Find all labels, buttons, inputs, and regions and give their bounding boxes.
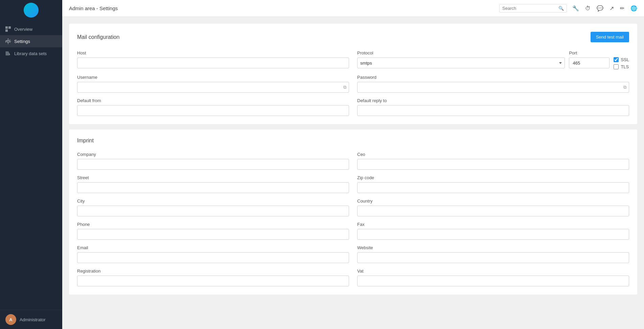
host-input[interactable] xyxy=(77,57,349,68)
registration-input[interactable] xyxy=(77,276,349,286)
imprint-header: Imprint xyxy=(77,138,629,144)
fax-label: Fax xyxy=(357,222,629,227)
protocol-select[interactable]: smtps smtp xyxy=(357,57,565,68)
ssl-label: SSL xyxy=(621,57,629,62)
email-group: Email xyxy=(77,245,349,263)
port-group: Port xyxy=(569,50,610,68)
password-group: Password ⧉ xyxy=(357,75,629,93)
vat-label: Vat xyxy=(357,268,629,274)
password-input-wrapper: ⧉ xyxy=(357,82,629,93)
send-test-mail-button[interactable]: Send test mail xyxy=(591,32,629,42)
sidebar: Overview Settings Library data sets A Ad… xyxy=(0,0,62,329)
website-label: Website xyxy=(357,245,629,250)
overview-icon xyxy=(5,26,11,32)
globe-icon[interactable]: 🌐 xyxy=(630,5,637,11)
street-input[interactable] xyxy=(77,182,349,193)
default-from-input[interactable] xyxy=(77,105,349,116)
vat-input[interactable] xyxy=(357,276,629,286)
fax-input[interactable] xyxy=(357,229,629,240)
tls-row: TLS xyxy=(614,64,629,69)
search-box[interactable]: 🔍 xyxy=(499,4,567,13)
registration-group: Registration xyxy=(77,268,349,286)
sidebar-item-label: Settings xyxy=(14,39,30,44)
sidebar-item-settings[interactable]: Settings xyxy=(0,35,62,47)
country-input[interactable] xyxy=(357,206,629,216)
ceo-group: Ceo xyxy=(357,152,629,170)
street-label: Street xyxy=(77,175,349,180)
content-area: Mail configuration Send test mail Host P… xyxy=(62,17,644,329)
username-input[interactable] xyxy=(77,82,349,93)
username-copy-icon[interactable]: ⧉ xyxy=(343,85,346,90)
app-logo xyxy=(24,3,39,18)
host-group: Host xyxy=(77,50,349,69)
page-title: Admin area - Settings xyxy=(69,5,494,11)
username-label: Username xyxy=(77,75,349,80)
avatar: A xyxy=(5,314,16,325)
company-input[interactable] xyxy=(77,159,349,170)
mail-config-card: Mail configuration Send test mail Host P… xyxy=(69,24,637,124)
mail-config-title: Mail configuration xyxy=(77,34,119,40)
city-group: City xyxy=(77,198,349,216)
library-icon xyxy=(5,51,11,56)
topbar: Admin area - Settings 🔍 🔧 ⏱ 💬 ↗ ✏ 🌐 xyxy=(62,0,644,17)
tls-checkbox[interactable] xyxy=(614,64,619,69)
city-input[interactable] xyxy=(77,206,349,216)
user-name: Administrator xyxy=(20,317,46,322)
default-from-label: Default from xyxy=(77,98,349,103)
ssl-checkbox[interactable] xyxy=(614,57,619,62)
username-group: Username ⧉ xyxy=(77,75,349,93)
share-icon[interactable]: ↗ xyxy=(610,5,614,11)
street-group: Street xyxy=(77,175,349,193)
password-label: Password xyxy=(357,75,629,80)
sidebar-nav: Overview Settings Library data sets xyxy=(0,20,62,310)
ssl-row: SSL xyxy=(614,57,629,62)
clock-icon[interactable]: ⏱ xyxy=(585,5,591,11)
phone-group: Phone xyxy=(77,222,349,240)
password-input[interactable] xyxy=(357,82,629,93)
company-label: Company xyxy=(77,152,349,157)
zip-code-group: Zip code xyxy=(357,175,629,193)
mail-config-header: Mail configuration Send test mail xyxy=(77,32,629,42)
default-reply-to-label: Default reply to xyxy=(357,98,629,103)
zip-code-input[interactable] xyxy=(357,182,629,193)
vat-group: Vat xyxy=(357,268,629,286)
default-reply-to-group: Default reply to xyxy=(357,98,629,116)
default-reply-to-input[interactable] xyxy=(357,105,629,116)
sidebar-item-library-data-sets[interactable]: Library data sets xyxy=(0,47,62,60)
sidebar-logo xyxy=(0,0,62,20)
topbar-icons: 🔧 ⏱ 💬 ↗ ✏ 🌐 xyxy=(572,5,637,11)
sidebar-footer: A Administrator xyxy=(0,310,62,329)
search-input[interactable] xyxy=(502,6,556,11)
protocol-group: Protocol smtps smtp xyxy=(357,50,565,68)
sidebar-item-label: Overview xyxy=(14,27,32,32)
ceo-input[interactable] xyxy=(357,159,629,170)
main-area: Admin area - Settings 🔍 🔧 ⏱ 💬 ↗ ✏ 🌐 Mail… xyxy=(62,0,644,329)
password-copy-icon[interactable]: ⧉ xyxy=(623,85,626,90)
ceo-label: Ceo xyxy=(357,152,629,157)
country-label: Country xyxy=(357,198,629,204)
zip-code-label: Zip code xyxy=(357,175,629,180)
sidebar-item-label: Library data sets xyxy=(14,51,47,56)
wrench-icon[interactable]: 🔧 xyxy=(572,5,579,11)
country-group: Country xyxy=(357,198,629,216)
username-input-wrapper: ⧉ xyxy=(77,82,349,93)
default-from-group: Default from xyxy=(77,98,349,116)
settings-icon xyxy=(5,39,11,44)
website-input[interactable] xyxy=(357,252,629,263)
port-input[interactable] xyxy=(569,57,610,68)
edit-icon[interactable]: ✏ xyxy=(620,5,624,11)
email-label: Email xyxy=(77,245,349,250)
host-label: Host xyxy=(77,50,349,55)
protocol-port-ssl-group: Protocol smtps smtp Port SSL xyxy=(357,50,629,69)
phone-input[interactable] xyxy=(77,229,349,240)
search-icon[interactable]: 🔍 xyxy=(558,6,564,11)
port-label: Port xyxy=(569,50,610,55)
phone-label: Phone xyxy=(77,222,349,227)
imprint-title: Imprint xyxy=(77,138,94,144)
sidebar-item-overview[interactable]: Overview xyxy=(0,23,62,35)
protocol-label: Protocol xyxy=(357,50,565,55)
email-input[interactable] xyxy=(77,252,349,263)
fax-group: Fax xyxy=(357,222,629,240)
chat-icon[interactable]: 💬 xyxy=(597,5,603,11)
ssl-tls-group: SSL TLS xyxy=(614,50,629,69)
